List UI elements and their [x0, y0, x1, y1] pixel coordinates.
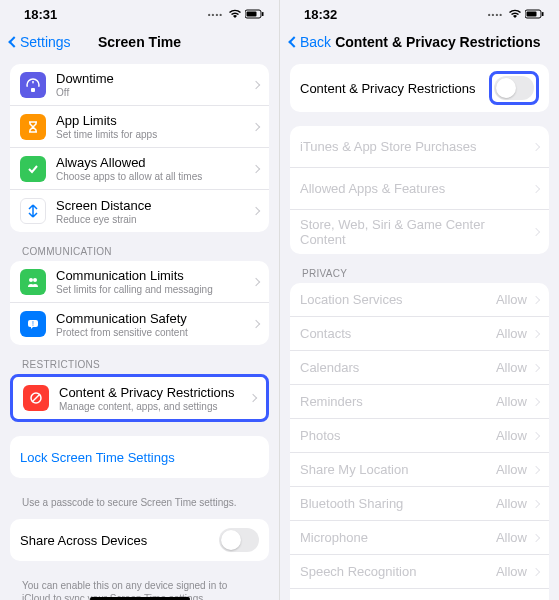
row-screen-distance[interactable]: Screen DistanceReduce eye strain [10, 190, 269, 232]
chevron-right-icon [532, 142, 540, 150]
nav-bar: Settings Screen Time [0, 24, 279, 64]
chevron-left-icon [8, 36, 19, 47]
people-icon [20, 269, 46, 295]
row-title: Bluetooth Sharing [300, 496, 496, 511]
wifi-icon [228, 9, 242, 19]
row-app-limits[interactable]: App LimitsSet time limits for apps [10, 106, 269, 148]
row-always-allowed[interactable]: Always AllowedChoose apps to allow at al… [10, 148, 269, 190]
chevron-right-icon [252, 277, 260, 285]
row-privacy-item: RemindersAllow [290, 385, 549, 419]
row-lock-settings[interactable]: Lock Screen Time Settings [10, 436, 269, 478]
svg-rect-13 [527, 12, 537, 17]
main-group: DowntimeOff App LimitsSet time limits fo… [10, 64, 269, 232]
row-value: Allow [496, 496, 527, 511]
row-title: Contacts [300, 326, 496, 341]
chevron-right-icon [252, 207, 260, 215]
toggle-highlight [489, 71, 539, 105]
row-sub: Set time limits for apps [56, 129, 253, 140]
downtime-icon [20, 72, 46, 98]
chevron-left-icon [288, 36, 299, 47]
chevron-right-icon [532, 228, 540, 236]
restrictions-header: RESTRICTIONS [10, 359, 269, 374]
chevron-right-icon [532, 363, 540, 371]
chevron-right-icon [532, 567, 540, 575]
row-title: Communication Safety [56, 311, 253, 326]
status-bar: 18:32 •••• [280, 0, 559, 24]
battery-icon [245, 9, 265, 19]
share-group: Share Across Devices [10, 519, 269, 561]
cpr-toggle[interactable] [494, 76, 534, 100]
bubble-warning-icon: ! [20, 311, 46, 337]
row-content-privacy[interactable]: Content & Privacy RestrictionsManage con… [13, 377, 266, 419]
row-value: Allow [496, 428, 527, 443]
row-value: Allow [496, 394, 527, 409]
row-store-web-siri: Store, Web, Siri & Game Center Content [290, 210, 549, 254]
row-value: Allow [496, 326, 527, 341]
svg-rect-2 [262, 12, 264, 16]
back-button[interactable]: Settings [10, 34, 71, 50]
battery-icon [525, 9, 545, 19]
row-value: Allow [496, 462, 527, 477]
row-title: Location Services [300, 292, 496, 307]
row-title: Share Across Devices [20, 533, 219, 548]
row-title: Communication Limits [56, 268, 253, 283]
restrictions-group: Content & Privacy RestrictionsManage con… [10, 374, 269, 422]
cellular-icon: •••• [488, 10, 503, 19]
row-privacy-item: PhotosAllow [290, 419, 549, 453]
row-title: Content & Privacy Restrictions [300, 81, 489, 96]
row-privacy-item: Apple AdvertisingAllow [290, 589, 549, 600]
svg-rect-5 [31, 88, 35, 92]
row-sub: Choose apps to allow at all times [56, 171, 253, 182]
row-title: Reminders [300, 394, 496, 409]
back-button[interactable]: Back [290, 34, 331, 50]
chevron-right-icon [532, 295, 540, 303]
chevron-right-icon [532, 431, 540, 439]
chevron-right-icon [532, 465, 540, 473]
clock: 18:32 [304, 7, 337, 22]
distance-icon [20, 198, 46, 224]
back-label: Settings [20, 34, 71, 50]
row-title: Photos [300, 428, 496, 443]
row-cpr-toggle[interactable]: Content & Privacy Restrictions [290, 64, 549, 112]
check-icon [20, 156, 46, 182]
svg-point-7 [33, 278, 37, 282]
chevron-right-icon [532, 329, 540, 337]
row-title: Calendars [300, 360, 496, 375]
disabled-group-1: iTunes & App Store Purchases Allowed App… [290, 126, 549, 254]
row-title: Allowed Apps & Features [300, 181, 533, 196]
row-comm-limits[interactable]: Communication LimitsSet limits for calli… [10, 261, 269, 303]
chevron-right-icon [252, 122, 260, 130]
row-title: Screen Distance [56, 198, 253, 213]
lock-footer: Use a passcode to secure Screen Time set… [10, 492, 269, 519]
chevron-right-icon [252, 164, 260, 172]
row-privacy-item: ContactsAllow [290, 317, 549, 351]
screen-time-page: 18:31 •••• Settings Screen Time Downtime… [0, 0, 279, 600]
status-bar: 18:31 •••• [0, 0, 279, 24]
chevron-right-icon [252, 320, 260, 328]
chevron-right-icon [532, 184, 540, 192]
row-downtime[interactable]: DowntimeOff [10, 64, 269, 106]
page-title: Content & Privacy Restrictions [335, 34, 540, 50]
wifi-icon [508, 9, 522, 19]
no-entry-icon [23, 385, 49, 411]
row-itunes-purchases: iTunes & App Store Purchases [290, 126, 549, 168]
page-title: Screen Time [98, 34, 181, 50]
row-privacy-item: Share My LocationAllow [290, 453, 549, 487]
row-sub: Off [56, 87, 253, 98]
chevron-right-icon [252, 80, 260, 88]
row-title: Downtime [56, 71, 253, 86]
row-share-devices[interactable]: Share Across Devices [10, 519, 269, 561]
chevron-right-icon [532, 499, 540, 507]
row-value: Allow [496, 292, 527, 307]
row-privacy-item: CalendarsAllow [290, 351, 549, 385]
share-toggle[interactable] [219, 528, 259, 552]
row-allowed-apps: Allowed Apps & Features [290, 168, 549, 210]
row-privacy-item: Speech RecognitionAllow [290, 555, 549, 589]
row-sub: Set limits for calling and messaging [56, 284, 253, 295]
row-title: Microphone [300, 530, 496, 545]
row-title: Store, Web, Siri & Game Center Content [300, 217, 533, 247]
row-title: Speech Recognition [300, 564, 496, 579]
privacy-group: Location ServicesAllowContactsAllowCalen… [290, 283, 549, 600]
lock-group: Lock Screen Time Settings [10, 436, 269, 478]
row-comm-safety[interactable]: ! Communication SafetyProtect from sensi… [10, 303, 269, 345]
